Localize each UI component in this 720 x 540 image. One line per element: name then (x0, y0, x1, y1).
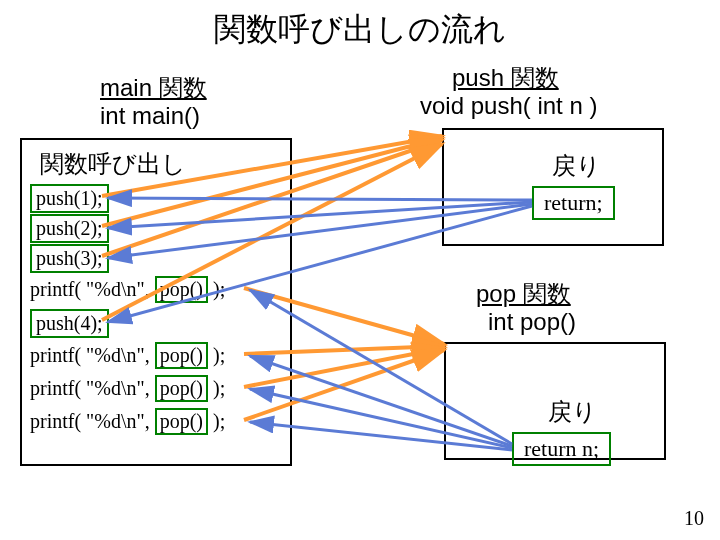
printf-prefix: printf( "%d\n", (30, 278, 155, 300)
printf-suffix: ); (208, 377, 225, 399)
printf-suffix: ); (208, 410, 225, 432)
push1-call: push(1); (30, 184, 109, 213)
pop-function-label: pop 関数 (476, 278, 571, 310)
push-function-signature: void push( int n ) (420, 92, 597, 120)
main-function-signature: int main() (100, 102, 200, 130)
printf-suffix: ); (208, 344, 225, 366)
printf-prefix: printf( "%d\n", (30, 377, 155, 399)
code-line-4: printf( "%d\n", pop() ); (30, 276, 225, 303)
pop-return-code: return n; (512, 432, 611, 466)
main-function-label: main 関数 (100, 72, 207, 104)
code-line-3: push(3); (30, 244, 109, 273)
code-line-8: printf( "%d\n", pop() ); (30, 408, 225, 435)
push4-call: push(4); (30, 309, 109, 338)
code-line-6: printf( "%d\n", pop() ); (30, 342, 225, 369)
code-line-1: push(1); (30, 184, 109, 213)
page-title: 関数呼び出しの流れ (0, 0, 720, 52)
push-function-label: push 関数 (452, 62, 559, 94)
pop-return-label: 戻り (548, 396, 597, 428)
pop-call-4: pop() (155, 408, 208, 435)
printf-suffix: ); (208, 278, 225, 300)
page-number: 10 (684, 507, 704, 530)
function-call-label: 関数呼び出し (40, 148, 186, 180)
pop-function-signature: int pop() (488, 308, 576, 336)
printf-prefix: printf( "%d\n", (30, 344, 155, 366)
printf-prefix: printf( "%d\n", (30, 410, 155, 432)
push2-call: push(2); (30, 214, 109, 243)
pop-call-3: pop() (155, 375, 208, 402)
code-line-2: push(2); (30, 214, 109, 243)
pop-call-1: pop() (155, 276, 208, 303)
push3-call: push(3); (30, 244, 109, 273)
code-line-5: push(4); (30, 309, 109, 338)
push-return-label: 戻り (552, 150, 601, 182)
pop-call-2: pop() (155, 342, 208, 369)
code-line-7: printf( "%d\n", pop() ); (30, 375, 225, 402)
push-return-code: return; (532, 186, 615, 220)
